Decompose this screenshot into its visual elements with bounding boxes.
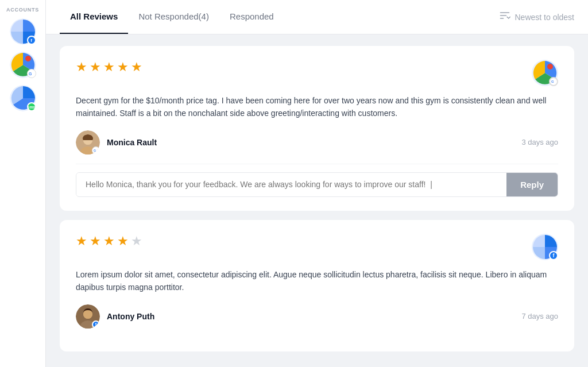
star-2: ★ — [90, 60, 101, 75]
account-3-badge: sms — [27, 102, 36, 111]
reply-box-1: Reply — [76, 172, 558, 197]
review-2-platform-badge: f — [532, 234, 558, 260]
tabs-bar: All Reviews Not Responded(4) Responded N… — [46, 0, 588, 34]
reviewer-1-row: G Monica Rault 3 days ago — [76, 130, 558, 164]
review-1-header: ★ ★ ★ ★ ★ G — [76, 60, 558, 86]
tab-responded[interactable]: Responded — [219, 0, 284, 34]
reviewer-1-platform-icon: G — [92, 146, 100, 154]
reviews-list: ★ ★ ★ ★ ★ G — [46, 34, 588, 367]
svg-text:G: G — [29, 72, 32, 76]
star-3: ★ — [103, 60, 115, 75]
star-2-5: ★ — [131, 234, 142, 249]
sidebar-item-account-1[interactable]: f — [10, 18, 36, 45]
sort-label: Newest to oldest — [515, 13, 575, 22]
sort-control[interactable]: Newest to oldest — [499, 10, 575, 24]
account-2-badge: G — [27, 69, 36, 78]
star-2-4: ★ — [117, 234, 129, 249]
tab-all-reviews[interactable]: All Reviews — [60, 0, 128, 34]
reviewer-2-name: Antony Puth — [107, 312, 514, 321]
reply-input-1[interactable] — [76, 173, 506, 196]
reviewer-2-platform-icon: f — [92, 320, 100, 329]
review-card-2: ★ ★ ★ ★ ★ f L — [60, 220, 574, 351]
star-2-2: ★ — [90, 234, 101, 249]
star-2-1: ★ — [76, 234, 87, 249]
svg-point-20 — [83, 310, 92, 319]
sidebar-item-account-2[interactable]: G — [10, 52, 36, 78]
main-content: All Reviews Not Responded(4) Responded N… — [46, 0, 588, 367]
reviewer-1-time: 3 days ago — [521, 138, 558, 146]
svg-text:G: G — [94, 148, 96, 152]
reviewer-1-name: Monica Rault — [107, 138, 514, 147]
account-1-badge: f — [27, 36, 36, 45]
sidebar-item-account-3[interactable]: sms — [10, 85, 36, 111]
reviewer-2-avatar: f — [76, 304, 100, 329]
review-1-platform-badge: G — [532, 60, 558, 86]
review-card-1: ★ ★ ★ ★ ★ G — [60, 46, 574, 211]
sort-icon — [499, 10, 510, 24]
reviewer-1-avatar: G — [76, 130, 100, 154]
reviewer-2-time: 7 days ago — [521, 312, 558, 320]
svg-point-9 — [547, 64, 553, 69]
star-5: ★ — [131, 60, 142, 75]
review-1-stars: ★ ★ ★ ★ ★ — [76, 60, 142, 75]
review-2-header: ★ ★ ★ ★ ★ f — [76, 234, 558, 260]
sidebar-label: ACCOUNTS — [6, 7, 39, 13]
star-4: ★ — [117, 60, 129, 75]
reply-button-1[interactable]: Reply — [506, 173, 558, 196]
star-2-3: ★ — [103, 234, 115, 249]
sidebar: ACCOUNTS f G — [0, 0, 46, 367]
svg-text:G: G — [551, 80, 554, 83]
review-1-text: Decent gym for the $10/month price tag. … — [76, 94, 558, 120]
svg-point-2 — [25, 56, 31, 61]
star-1: ★ — [76, 60, 87, 75]
review-2-text: Lorem ipsum dolor sit amet, consectetur … — [76, 268, 558, 294]
tab-not-responded[interactable]: Not Responded(4) — [128, 0, 219, 34]
review-1-platform-icon: G — [549, 77, 558, 86]
review-2-platform-icon: f — [549, 251, 558, 260]
reviewer-2-row: f Antony Puth 7 days ago — [76, 304, 558, 338]
review-2-stars: ★ ★ ★ ★ ★ — [76, 234, 142, 249]
